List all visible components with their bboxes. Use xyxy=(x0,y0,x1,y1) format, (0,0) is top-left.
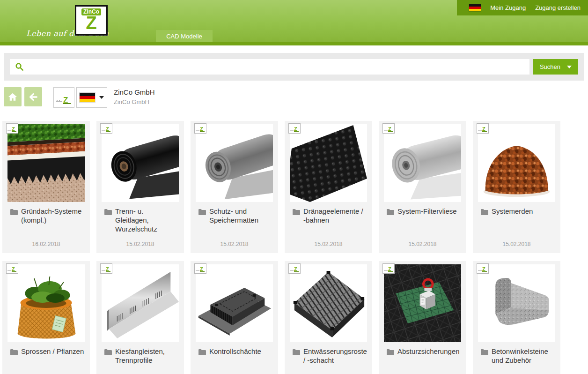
zinco-badge-icon: Z xyxy=(382,123,395,134)
zinco-badge-icon: Z xyxy=(477,263,489,274)
card-thumbnail xyxy=(290,264,367,342)
card-thumbnail xyxy=(290,124,367,202)
category-card[interactable]: Z Systemerden 15.02.2018 xyxy=(473,121,560,253)
card-thumbnail xyxy=(7,124,85,202)
header-divider-strip xyxy=(0,42,588,45)
card-label: Kiesfangleisten, Trennprofile xyxy=(115,347,178,365)
card-thumbnail xyxy=(478,264,555,342)
category-card[interactable]: Z xyxy=(2,261,90,374)
german-flag-icon xyxy=(80,93,95,102)
svg-text:Z: Z xyxy=(482,126,485,132)
svg-text:Z: Z xyxy=(482,266,485,272)
svg-text:Z: Z xyxy=(106,266,109,272)
category-card[interactable]: Z Kiesfangleisten, Trennpr xyxy=(96,261,184,374)
zinco-badge-icon: Z xyxy=(100,123,112,134)
card-thumbnail xyxy=(196,124,273,202)
zinco-badge-icon: Z xyxy=(6,263,18,274)
card-thumbnail xyxy=(384,264,461,342)
header-banner: Mein Zugang Zugang erstellen Leben auf d… xyxy=(0,0,588,42)
my-access-link[interactable]: Mein Zugang xyxy=(490,4,526,11)
chevron-down-icon xyxy=(567,66,572,68)
back-arrow-icon xyxy=(28,92,38,102)
card-thumbnail xyxy=(102,124,179,202)
search-field xyxy=(10,59,529,75)
zinco-badge-icon: Z xyxy=(194,123,206,134)
folder-icon xyxy=(481,347,490,365)
svg-text:Z: Z xyxy=(12,126,15,132)
card-date: 15.02.2018 xyxy=(285,241,372,253)
zinco-badge-icon: Z xyxy=(6,123,18,134)
german-flag-icon[interactable] xyxy=(469,4,481,11)
zinco-badge-icon: Z xyxy=(194,263,206,274)
category-card[interactable]: Z Kontrollschächte xyxy=(191,261,278,374)
search-input[interactable] xyxy=(10,59,529,75)
search-button-label: Suchen xyxy=(540,63,560,70)
zinco-badge-icon: Z xyxy=(100,263,112,274)
card-label: Systemerden xyxy=(492,207,555,217)
category-card[interactable]: Z System-Filtervlies xyxy=(379,121,466,253)
card-date: 15.02.2018 xyxy=(473,241,560,253)
card-label: Gründach-Systeme (kompl.) xyxy=(21,207,84,225)
card-label: Betonwinkelsteine und Zubehör xyxy=(492,347,555,365)
tab-cad-modelle[interactable]: CAD Modelle xyxy=(156,30,213,42)
card-label: Entwässerungsroste / -schacht xyxy=(303,347,367,365)
svg-text:Z: Z xyxy=(200,126,203,132)
folder-icon xyxy=(198,347,208,357)
card-label: Absturzsicherungen xyxy=(397,347,461,357)
back-button[interactable] xyxy=(24,87,42,106)
card-grid: Z xyxy=(0,121,588,374)
card-label: System-Filtervliese xyxy=(397,207,461,217)
svg-text:Z: Z xyxy=(106,126,109,132)
folder-icon xyxy=(293,207,302,225)
zinco-badge-icon: Z xyxy=(288,123,301,134)
page-subtitle: ZinCo GmbH xyxy=(114,98,155,105)
card-thumbnail xyxy=(102,264,179,342)
svg-text:Z: Z xyxy=(294,126,297,132)
card-date: 16.02.2018 xyxy=(2,241,90,253)
folder-icon xyxy=(10,207,20,225)
category-card[interactable]: Z Dränageelemente / -bahnen 15.02.2018 xyxy=(285,121,372,253)
card-label: Sprossen / Pflanzen xyxy=(21,347,84,357)
card-date: 15.02.2018 xyxy=(96,241,184,253)
zinco-logo[interactable]: ZinCo Z xyxy=(75,5,108,36)
home-button[interactable] xyxy=(4,87,22,106)
create-access-link[interactable]: Zugang erstellen xyxy=(535,4,581,11)
company-logo-thumbnail[interactable]: Z xyxy=(53,87,74,108)
card-thumbnail xyxy=(196,264,273,342)
category-card[interactable]: Z Entwässerungsroste / -sc xyxy=(285,261,372,374)
folder-icon xyxy=(387,347,396,357)
card-label: Schutz- und Speichermatten xyxy=(209,207,272,225)
card-label: Kontrollschächte xyxy=(209,347,272,357)
svg-text:Z: Z xyxy=(388,126,391,132)
language-selector[interactable] xyxy=(76,87,107,108)
svg-text:Z: Z xyxy=(388,266,391,272)
card-label: Trenn- u. Gleitlagen, Wurzelschutz xyxy=(115,207,178,233)
folder-icon xyxy=(10,347,20,357)
folder-icon xyxy=(293,347,302,365)
account-topbar: Mein Zugang Zugang erstellen xyxy=(457,0,588,15)
folder-icon xyxy=(198,207,208,225)
category-card[interactable]: Z Trenn- u. Gleitlag xyxy=(96,121,184,253)
zinco-badge-icon: Z xyxy=(382,263,395,274)
title-block: ZinCo GmbH ZinCo GmbH xyxy=(114,87,155,105)
page-title: ZinCo GmbH xyxy=(114,88,155,96)
svg-text:Z: Z xyxy=(294,266,297,272)
zinco-mini-logo-icon: Z xyxy=(55,90,73,105)
folder-icon xyxy=(104,347,114,365)
header: Mein Zugang Zugang erstellen Leben auf d… xyxy=(0,0,588,45)
chevron-down-icon xyxy=(99,96,104,99)
search-icon xyxy=(15,62,24,71)
card-thumbnail xyxy=(7,264,85,342)
category-card[interactable]: Z Betonwinkelsteine und Zubehör xyxy=(473,261,560,374)
search-button[interactable]: Suchen xyxy=(533,59,578,75)
folder-icon xyxy=(481,207,490,217)
navigation-toolbar: Z ZinCo GmbH ZinCo GmbH xyxy=(4,87,584,108)
card-thumbnail xyxy=(478,124,555,202)
card-date: 15.02.2018 xyxy=(191,241,278,253)
category-card[interactable]: Z xyxy=(2,121,90,253)
folder-icon xyxy=(104,207,114,233)
category-card[interactable]: Z Schutz- und Speich xyxy=(191,121,278,253)
zinco-badge-icon: Z xyxy=(288,263,301,274)
zinco-badge-icon: Z xyxy=(477,123,489,134)
category-card[interactable]: Z xyxy=(379,261,466,374)
